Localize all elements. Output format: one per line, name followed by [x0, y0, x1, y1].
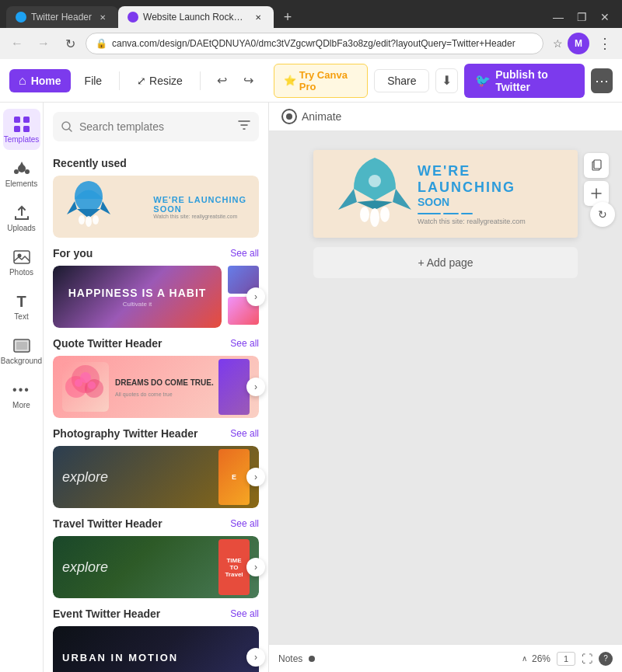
travel-side-card[interactable]: TIME TO Travel: [218, 539, 250, 595]
event-scroll-arrow[interactable]: ›: [246, 648, 265, 667]
tab-1-close[interactable]: ✕: [96, 11, 109, 23]
design-canvas[interactable]: WE'RE LAUNCHING SOON Watch this site: re…: [313, 150, 578, 238]
tab-1-title: Twitter Header: [31, 12, 92, 23]
undo-button[interactable]: ↩: [210, 68, 235, 93]
help-button[interactable]: ?: [599, 652, 613, 666]
sidebar-item-uploads[interactable]: Uploads: [3, 197, 40, 239]
back-button[interactable]: ←: [6, 33, 28, 54]
publish-label: Publish to Twitter: [495, 68, 573, 93]
svg-point-27: [370, 208, 379, 227]
tab-2-close[interactable]: ✕: [252, 11, 264, 23]
refresh-button[interactable]: ↻: [59, 33, 81, 54]
panel-search: [44, 103, 268, 148]
launch-url-text: Watch this site: reallygreatsite.com: [153, 214, 246, 219]
photo-side-card[interactable]: E: [218, 449, 250, 505]
download-button[interactable]: ⬇: [435, 68, 458, 93]
svg-point-28: [380, 207, 390, 222]
photography-title: Photography Twitter Header: [53, 427, 197, 440]
tab-2-favicon: [128, 12, 138, 23]
redo-button[interactable]: ↪: [236, 68, 261, 93]
home-button[interactable]: ⌂ Home: [9, 69, 71, 92]
elements-label: Elements: [5, 179, 38, 188]
toolbar-divider: [119, 71, 120, 90]
tab-1[interactable]: Twitter Header ✕: [6, 6, 118, 28]
page-indicator: 1: [557, 652, 575, 666]
resize-label: Resize: [149, 75, 183, 87]
sidebar-item-elements[interactable]: Elements: [3, 153, 40, 194]
zoom-chevron[interactable]: ∧: [522, 654, 527, 663]
fullscreen-button[interactable]: ⛶: [582, 653, 592, 665]
for-you-templates: HAPPINESS IS A HABIT Cultivate it ›: [53, 266, 259, 328]
browser-more-button[interactable]: ⋮: [594, 33, 616, 54]
icon-sidebar: Templates Elements Uploads Photos T Text: [0, 103, 44, 672]
for-you-scroll-arrow[interactable]: ›: [246, 287, 265, 306]
zoom-percentage[interactable]: 26%: [532, 653, 550, 664]
sidebar-item-more[interactable]: ••• More: [3, 374, 40, 416]
new-tab-button[interactable]: +: [277, 6, 299, 28]
animate-button[interactable]: Animate: [281, 109, 341, 124]
dot-indicator: [309, 656, 315, 662]
travel-side-text: TIME TO Travel: [222, 557, 246, 578]
rocket-template-card[interactable]: WE'RE LAUNCHING SOON Watch this site: re…: [53, 176, 259, 238]
urban-card[interactable]: URBAN IN MOTION: [53, 626, 259, 672]
refresh-canvas-button[interactable]: ↻: [590, 202, 615, 227]
publish-button[interactable]: 🐦 Publish to Twitter: [464, 64, 584, 98]
filter-button[interactable]: [237, 118, 251, 135]
tab-1-favicon: [16, 12, 26, 23]
photos-icon: [12, 248, 31, 266]
maximize-button[interactable]: ❐: [571, 6, 592, 28]
address-input[interactable]: 🔒 canva.com/design/DAEtQDNUYA0/dmc3tVZgc…: [86, 33, 543, 54]
canvas-page: WE'RE LAUNCHING SOON Watch this site: re…: [313, 150, 578, 278]
svg-point-7: [14, 169, 19, 174]
canvas-scroll-area[interactable]: WE'RE LAUNCHING SOON Watch this site: re…: [269, 131, 622, 644]
recently-used-section-header: Recently used: [53, 157, 259, 169]
tab-2[interactable]: Website Launch Rocketship Twi... ✕: [118, 6, 274, 28]
forward-button[interactable]: →: [33, 33, 54, 54]
copy-page-button[interactable]: [584, 153, 609, 178]
more-label: More: [12, 401, 30, 409]
travel-scroll-arrow[interactable]: ›: [246, 558, 265, 576]
quote-side-card[interactable]: [218, 359, 250, 415]
close-button[interactable]: ✕: [594, 6, 616, 28]
photography-see-all[interactable]: See all: [230, 428, 259, 439]
share-button[interactable]: Share: [374, 69, 429, 92]
toolbar-divider-2: [200, 71, 201, 90]
svg-rect-24: [594, 160, 601, 169]
sidebar-item-templates[interactable]: Templates: [3, 109, 40, 150]
try-canva-pro-button[interactable]: ⭐ Try Canva Pro: [274, 64, 368, 98]
search-input[interactable]: [79, 120, 231, 133]
quote-see-all[interactable]: See all: [230, 338, 259, 349]
canvas-launch-soon: SOON: [418, 196, 449, 208]
search-icon: [61, 120, 73, 133]
quote-scroll-arrow[interactable]: ›: [246, 378, 265, 396]
add-page-label: + Add page: [418, 256, 473, 269]
sidebar-item-background[interactable]: Background: [3, 330, 40, 371]
page-number: 1: [564, 654, 568, 663]
happiness-template-card[interactable]: HAPPINESS IS A HABIT Cultivate it: [53, 266, 222, 328]
explore-photo-card[interactable]: explore E: [53, 446, 259, 508]
animate-icon: [281, 109, 297, 124]
bookmark-button[interactable]: ☆: [553, 37, 563, 50]
minimize-button[interactable]: —: [547, 6, 569, 28]
svg-point-25: [369, 175, 381, 187]
more-options-button[interactable]: ⋯: [591, 68, 613, 93]
resize-button[interactable]: ⤢ Resize: [129, 70, 190, 92]
happiness-sub-text: Cultivate it: [123, 301, 152, 308]
photography-scroll-arrow[interactable]: ›: [246, 468, 265, 486]
notes-button[interactable]: Notes: [278, 653, 302, 664]
explore-text: explore: [62, 469, 108, 486]
add-page-button[interactable]: + Add page: [313, 247, 578, 278]
file-button[interactable]: File: [77, 70, 110, 92]
travel-see-all[interactable]: See all: [230, 518, 259, 529]
file-label: File: [85, 75, 103, 87]
travel-card-main[interactable]: explore TIME TO Travel: [53, 536, 259, 598]
profile-button[interactable]: M: [568, 33, 589, 54]
search-box[interactable]: [53, 112, 259, 141]
event-see-all[interactable]: See all: [230, 608, 259, 619]
try-pro-label: Try Canva Pro: [299, 69, 358, 92]
sidebar-item-photos[interactable]: Photos: [3, 242, 40, 283]
sidebar-item-text[interactable]: T Text: [3, 286, 40, 327]
dreams-template-card[interactable]: DREAMS DO COME TRUE. All quotes do come …: [53, 356, 259, 418]
for-you-see-all[interactable]: See all: [230, 248, 259, 259]
svg-point-6: [25, 169, 30, 174]
